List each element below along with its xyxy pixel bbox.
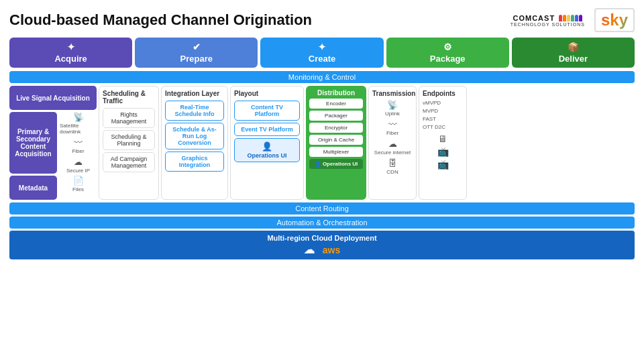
logos: COMCAST TECHNOLOGY SOLUTIONS sky (511, 8, 635, 32)
files-signal: 📄 Files (60, 176, 97, 192)
deliver-icon: 📦 (568, 42, 579, 52)
left-col: Live Signal Acquisition Primary & Second… (9, 86, 97, 200)
main-content: Live Signal Acquisition Primary & Second… (9, 86, 635, 200)
dist-ops-label: Operations UI (323, 161, 358, 167)
transmission-title: Transmission (372, 90, 413, 97)
cloud-providers: ☁ aws (304, 243, 340, 256)
playout-ops-card: 👤 Operations UI (234, 138, 300, 162)
fiber-trans-icon: 〰 (388, 119, 397, 129)
playout-ops-label: Operations UI (247, 152, 286, 159)
endpoints-section: Endpoints vMVPD MVPD FAST OTT D2C 🖥 📺 📺 (419, 86, 467, 200)
files-icons: 📄 Files (60, 176, 97, 200)
satellite-signal: 📡 Satellite downlink (60, 112, 97, 135)
cdn-label: CDN (386, 169, 398, 175)
nav-prepare-label: Prepare (180, 54, 213, 64)
aws-logo: aws (323, 245, 340, 255)
live-signal-card: Live Signal Acquisition (9, 86, 97, 110)
metadata-row: Metadata 📄 Files (9, 176, 97, 200)
secureinternet-item: ☁ Secure internet (372, 139, 413, 156)
comcast-logo: COMCAST TECHNOLOGY SOLUTIONS (511, 14, 585, 27)
primary-secondary-card: Primary & Secondary Content Acquisition (9, 112, 57, 174)
event-tv-card: Event TV Platform (234, 123, 300, 136)
tv-icon-2: 📺 (423, 159, 463, 170)
sky-logo: sky (594, 8, 635, 32)
uplink-icon: 📡 (387, 100, 398, 110)
ad-campaign-card: Ad Campaign Management (103, 152, 155, 172)
page: Cloud-based Managed Channel Origination … (0, 0, 644, 362)
ottd2c-label: OTT D2C (423, 123, 463, 131)
endpoints-text: vMVPD MVPD FAST OTT D2C (423, 99, 463, 131)
vmvpd-label: vMVPD (423, 99, 463, 107)
nav-acquire[interactable]: ✦ Acquire (9, 38, 132, 68)
nav-deliver[interactable]: 📦 Deliver (512, 38, 635, 68)
realtime-schedule-card: Real-Time Schedule Info (165, 101, 224, 121)
acquire-icon: ✦ (67, 42, 75, 52)
scheduling-section: Scheduling & Traffic Rights Management S… (99, 86, 159, 200)
fiber-icon: 〰 (74, 137, 83, 147)
playout-title: Playout (234, 90, 300, 97)
fast-label: FAST (423, 115, 463, 123)
distribution-section: Distribution Encoder Packager Encryptor … (306, 86, 366, 200)
cdn-item: 🗄 CDN (372, 158, 413, 175)
cdn-icon: 🗄 (388, 158, 397, 168)
page-title: Cloud-based Managed Channel Origination (9, 11, 312, 29)
bottom-bars: Content Routing Automation & Orchestrati… (9, 202, 635, 259)
nbc-peacock-icon (559, 15, 582, 21)
playout-section: Playout Content TV Platform Event TV Pla… (230, 86, 304, 200)
schedule-asrun-card: Schedule & As-Run Log Conversion (165, 123, 224, 149)
secureinternet-label: Secure internet (374, 149, 411, 156)
secureip-icon: ☁ (74, 157, 83, 167)
files-label: Files (72, 186, 84, 192)
encoder-card: Encoder (309, 99, 363, 109)
package-icon: ⚙ (443, 42, 452, 52)
fiber-label: Fiber (72, 148, 84, 154)
content-tv-card: Content TV Platform (234, 101, 300, 121)
primary-secondary-row: Primary & Secondary Content Acquisition … (9, 112, 97, 174)
multiregion-bar: Multi-region Cloud Deployment ☁ aws (9, 231, 635, 259)
automation-bar: Automation & Orchestration (9, 217, 635, 229)
cloud-icon: ☁ (304, 243, 315, 256)
nav-create-label: Create (309, 54, 335, 64)
distribution-title: Distribution (309, 89, 363, 97)
prepare-icon: ✔ (193, 42, 201, 52)
nav-package-label: Package (430, 54, 466, 64)
satellite-label: Satellite downlink (60, 123, 97, 135)
secureip-label: Secure IP (66, 168, 90, 174)
mvpd-label: MVPD (423, 107, 463, 115)
dist-ops-icon: 👤 (315, 161, 321, 167)
content-routing-bar: Content Routing (9, 202, 635, 215)
uplink-label: Uplink (385, 111, 400, 117)
integration-section: Integration Layer Real-Time Schedule Inf… (161, 86, 228, 200)
nav-prepare[interactable]: ✔ Prepare (135, 38, 258, 68)
monitoring-bar: Monitoring & Control (9, 71, 635, 83)
uplink-item: 📡 Uplink (372, 100, 413, 117)
create-icon: ✦ (318, 42, 326, 52)
comcast-name: COMCAST (513, 14, 555, 22)
secureip-signal: ☁ Secure IP (60, 157, 97, 174)
header: Cloud-based Managed Channel Origination … (9, 8, 635, 32)
nav-package[interactable]: ⚙ Package (386, 38, 509, 68)
comcast-sub: TECHNOLOGY SOLUTIONS (511, 22, 585, 27)
metadata-card: Metadata (9, 176, 57, 200)
scheduling-planning-card: Scheduling & Planning (103, 130, 155, 150)
graphics-integration-card: Graphics Integration (165, 152, 224, 172)
multiregion-label: Multi-region Cloud Deployment (267, 234, 376, 242)
endpoints-title: Endpoints (423, 90, 463, 97)
integration-title: Integration Layer (165, 90, 224, 97)
satellite-icon: 📡 (73, 112, 84, 122)
fiber-trans-item: 〰 Fiber (372, 119, 413, 136)
nav-create[interactable]: ✦ Create (260, 38, 383, 68)
fiber-signal: 〰 Fiber (60, 137, 97, 154)
playout-ops-icon: 👤 (262, 141, 272, 152)
nav-acquire-label: Acquire (54, 54, 87, 64)
scheduling-title: Scheduling & Traffic (103, 90, 155, 105)
encryptor-card: Encryptor (309, 123, 363, 133)
nav-deliver-label: Deliver (559, 54, 588, 64)
endpoint-device-icons: 🖥 📺 📺 (423, 133, 463, 170)
dist-ops-card: 👤 Operations UI (309, 159, 363, 169)
multiplexer-card: Multiplexer (309, 147, 363, 157)
top-nav: ✦ Acquire ✔ Prepare ✦ Create ⚙ Package 📦… (9, 38, 635, 68)
rights-mgmt-card: Rights Management (103, 108, 155, 128)
transmission-section: Transmission 📡 Uplink 〰 Fiber ☁ Secure i… (368, 86, 417, 200)
files-icon: 📄 (73, 176, 84, 186)
